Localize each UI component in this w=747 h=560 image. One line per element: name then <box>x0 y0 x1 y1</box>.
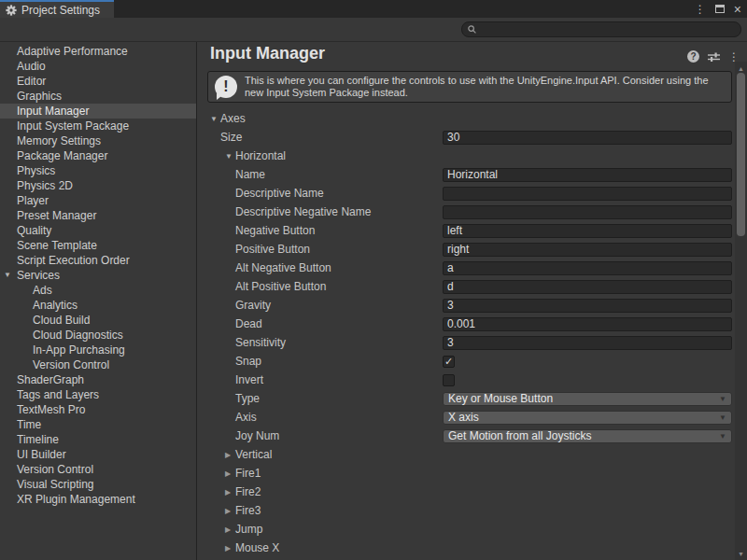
sidebar-item-quality[interactable]: Quality <box>0 223 196 238</box>
sidebar-item-audio[interactable]: Audio <box>0 59 196 74</box>
search-input[interactable] <box>480 23 740 35</box>
sidebar-item-visual-scripting[interactable]: Visual Scripting <box>0 477 196 492</box>
window-controls: ⋮ × <box>695 0 741 18</box>
positive-button-field[interactable]: right <box>443 243 732 257</box>
name-field[interactable]: Horizontal <box>443 168 732 182</box>
sidebar-item-player[interactable]: Player <box>0 193 196 208</box>
foldout-horizontal[interactable]: ▼Horizontal <box>197 149 443 162</box>
sidebar-item-physics-2d[interactable]: Physics 2D <box>0 178 196 193</box>
foldout-axes[interactable]: ▼Axes <box>197 112 443 125</box>
sidebar-item-textmesh-pro[interactable]: TextMesh Pro <box>0 402 196 417</box>
descriptive-name-field[interactable] <box>443 187 732 201</box>
type-dropdown[interactable]: Key or Mouse Button▼ <box>443 392 732 406</box>
sidebar-item-cloud-build[interactable]: Cloud Build <box>0 313 196 328</box>
dropdown-value: Key or Mouse Button <box>448 392 553 405</box>
field-label-sensitivity: Sensitivity <box>197 336 443 349</box>
sidebar-item-label: Version Control <box>17 463 93 476</box>
foldout-closed-icon[interactable]: ▶ <box>225 488 235 497</box>
sidebar-item-input-system-package[interactable]: Input System Package <box>0 119 196 133</box>
sidebar-item-xr-plugin-management[interactable]: XR Plugin Management <box>0 492 196 507</box>
row-control-cell: d <box>443 280 732 294</box>
preset-icon[interactable] <box>708 51 720 63</box>
sidebar-item-graphics[interactable]: Graphics <box>0 89 196 104</box>
scroll-down-icon[interactable]: ▼ <box>735 549 747 558</box>
alt-positive-button-field[interactable]: d <box>443 280 732 294</box>
row-label-text: Mouse X <box>235 541 279 554</box>
window-more-icon[interactable]: ⋮ <box>695 4 706 15</box>
row-control-cell: a <box>443 261 732 275</box>
sidebar-item-memory-settings[interactable]: Memory Settings <box>0 133 196 148</box>
foldout-closed-icon[interactable]: ▶ <box>225 507 235 515</box>
row-control-cell: ✓ <box>443 356 732 368</box>
row-label-text: Fire1 <box>235 467 261 480</box>
field-label-name: Name <box>197 168 443 181</box>
sidebar-item-adaptive-performance[interactable]: Adaptive Performance <box>0 44 196 59</box>
panel-more-icon[interactable]: ⋮ <box>728 51 740 63</box>
sidebar-item-editor[interactable]: Editor <box>0 74 196 89</box>
foldout-open-icon[interactable]: ▼ <box>225 152 235 161</box>
snap-checkbox[interactable]: ✓ <box>443 356 455 368</box>
sidebar-item-label: Input Manager <box>17 105 89 118</box>
sidebar-item-ui-builder[interactable]: UI Builder <box>0 447 196 462</box>
sidebar-item-script-execution-order[interactable]: Script Execution Order <box>0 253 196 268</box>
row-label-text: Fire2 <box>235 485 261 498</box>
row-control-cell: 3 <box>443 299 732 313</box>
gravity-field[interactable]: 3 <box>443 299 732 313</box>
foldout-fire2[interactable]: ▶Fire2 <box>197 485 443 498</box>
sidebar-item-analytics[interactable]: Analytics <box>0 298 196 313</box>
axis-dropdown[interactable]: X axis▼ <box>443 411 732 425</box>
sidebar-item-version-control[interactable]: Version Control <box>0 462 196 477</box>
sidebar-item-scene-template[interactable]: Scene Template <box>0 238 196 253</box>
foldout-closed-icon[interactable]: ▶ <box>225 525 235 534</box>
maximize-icon[interactable] <box>715 5 725 13</box>
foldout-closed-icon[interactable]: ▶ <box>225 451 235 459</box>
foldout-vertical[interactable]: ▶Vertical <box>197 448 443 461</box>
foldout-jump[interactable]: ▶Jump <box>197 523 443 536</box>
form-row-dead: Dead0.001 <box>197 315 732 333</box>
field-label-alt-negative-button: Alt Negative Button <box>197 261 443 274</box>
sidebar-item-time[interactable]: Time <box>0 417 196 432</box>
tab-project-settings[interactable]: Project Settings <box>0 0 114 18</box>
sidebar-item-ads[interactable]: Ads <box>0 283 196 298</box>
alt-negative-button-field[interactable]: a <box>443 261 732 275</box>
dead-field[interactable]: 0.001 <box>443 317 732 331</box>
help-icon[interactable]: ? <box>687 50 699 63</box>
sidebar-item-preset-manager[interactable]: Preset Manager <box>0 208 196 223</box>
toolbar <box>0 18 747 42</box>
scroll-up-icon[interactable]: ▲ <box>735 63 747 73</box>
sidebar-item-services[interactable]: ▼Services <box>0 268 196 283</box>
foldout-open-icon[interactable]: ▼ <box>210 115 220 123</box>
negative-button-field[interactable]: left <box>443 224 732 238</box>
size-field[interactable]: 30 <box>443 131 732 145</box>
foldout-closed-icon[interactable]: ▶ <box>225 469 235 478</box>
field-label-gravity: Gravity <box>197 299 443 312</box>
row-label-text: Vertical <box>235 448 272 461</box>
joy-num-dropdown[interactable]: Get Motion from all Joysticks▼ <box>443 429 732 443</box>
foldout-fire1[interactable]: ▶Fire1 <box>197 467 443 480</box>
sidebar-item-in-app-purchasing[interactable]: In-App Purchasing <box>0 343 196 357</box>
row-label-text: Gravity <box>235 299 271 312</box>
foldout-fire3[interactable]: ▶Fire3 <box>197 504 443 517</box>
sidebar-item-tags-and-layers[interactable]: Tags and Layers <box>0 387 196 402</box>
foldout-mouse-x[interactable]: ▶Mouse X <box>197 541 443 554</box>
sidebar-item-package-manager[interactable]: Package Manager <box>0 148 196 163</box>
foldout-closed-icon[interactable]: ▶ <box>225 544 235 553</box>
sidebar-item-cloud-diagnostics[interactable]: Cloud Diagnostics <box>0 328 196 343</box>
invert-checkbox[interactable] <box>443 374 455 386</box>
scrollbar-thumb[interactable] <box>737 73 745 236</box>
search-box[interactable] <box>461 21 741 37</box>
sidebar-list: Adaptive PerformanceAudioEditorGraphicsI… <box>0 44 196 507</box>
sidebar-item-physics[interactable]: Physics <box>0 163 196 178</box>
sidebar-item-version-control[interactable]: Version Control <box>0 357 196 372</box>
row-label-text: Positive Button <box>235 243 310 256</box>
sidebar-item-shadergraph[interactable]: ShaderGraph <box>0 372 196 387</box>
sidebar-item-label: Timeline <box>17 433 59 446</box>
descriptive-negative-name-field[interactable] <box>443 205 732 219</box>
vertical-scrollbar[interactable]: ▲ ▼ <box>735 62 747 560</box>
foldout-open-icon[interactable]: ▼ <box>4 268 11 283</box>
sidebar-item-input-manager[interactable]: Input Manager <box>0 104 196 119</box>
sidebar-item-timeline[interactable]: Timeline <box>0 432 196 447</box>
close-icon[interactable]: × <box>734 3 741 16</box>
form-row-fire3: ▶Fire3 <box>197 501 732 520</box>
sensitivity-field[interactable]: 3 <box>443 336 732 350</box>
